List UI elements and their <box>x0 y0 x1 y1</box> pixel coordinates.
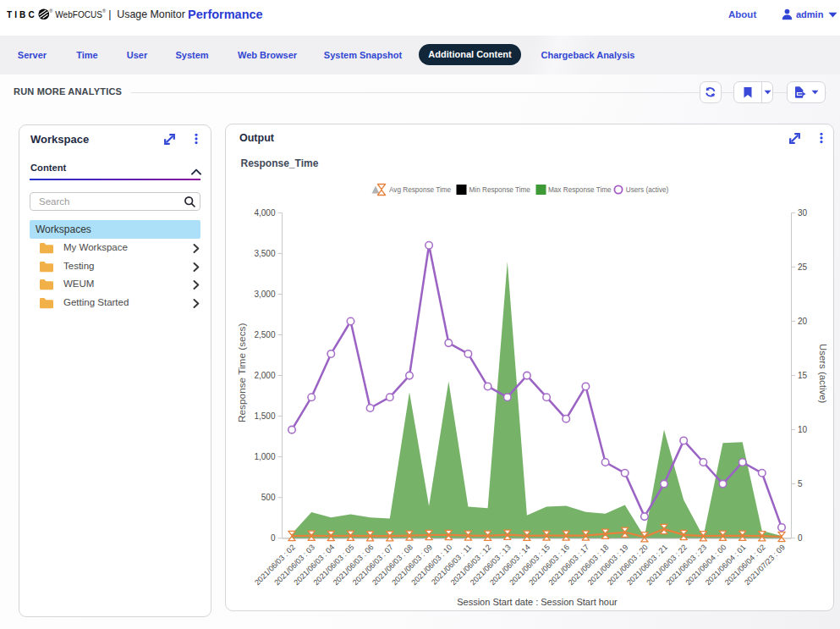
svg-text:Avg Response Time: Avg Response Time <box>389 186 452 194</box>
svg-text:Response Time (secs): Response Time (secs) <box>236 323 248 422</box>
svg-text:0: 0 <box>798 533 803 543</box>
svg-text:500: 500 <box>261 493 276 502</box>
svg-text:0: 0 <box>271 533 276 543</box>
svg-text:Session Start date : Session S: Session Start date : Session Start hour <box>457 597 618 607</box>
svg-text:15: 15 <box>798 371 808 380</box>
svg-text:Users (active): Users (active) <box>626 186 669 194</box>
svg-text:Max Response Time: Max Response Time <box>548 186 612 194</box>
svg-text:1,000: 1,000 <box>254 452 275 461</box>
svg-text:20: 20 <box>798 317 808 326</box>
svg-text:Users (active): Users (active) <box>818 344 828 403</box>
svg-text:30: 30 <box>798 208 808 218</box>
svg-text:2,000: 2,000 <box>254 371 275 380</box>
svg-text:10: 10 <box>798 425 808 434</box>
svg-text:2,500: 2,500 <box>254 330 275 339</box>
svg-text:3,500: 3,500 <box>254 249 275 258</box>
svg-text:1,500: 1,500 <box>254 411 275 421</box>
svg-text:25: 25 <box>798 262 808 272</box>
svg-text:Min Response Time: Min Response Time <box>469 186 531 194</box>
svg-text:4,000: 4,000 <box>254 208 275 218</box>
svg-text:3,000: 3,000 <box>254 290 275 299</box>
svg-text:5: 5 <box>798 479 803 488</box>
